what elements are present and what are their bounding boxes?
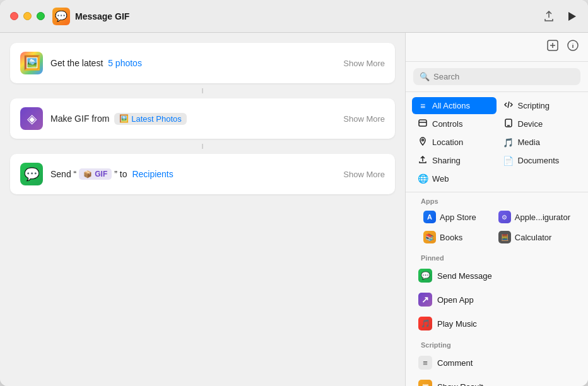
device-icon	[503, 119, 514, 129]
svg-marker-0	[568, 12, 576, 21]
workflow-panel: 🖼️ Get the latest 5 photos Show More ◈ M…	[0, 33, 405, 386]
workflow-step-1[interactable]: 🖼️ Get the latest 5 photos Show More	[10, 43, 395, 83]
category-sharing[interactable]: Sharing	[412, 152, 497, 169]
media-icon: 🎵	[503, 137, 514, 148]
category-documents-label: Documents	[518, 156, 560, 165]
step3-icon: 💬	[20, 163, 43, 185]
step2-text: Make GIF from	[50, 114, 112, 124]
workflow-step-3[interactable]: 💬 Send “ 📦 GIF ” to Recipients Show More	[10, 154, 395, 194]
close-button[interactable]	[10, 12, 18, 20]
step1-show-more[interactable]: Show More	[343, 59, 385, 68]
category-grid: ≡ All Actions Scripting	[406, 92, 588, 192]
apple-configurator-label: Apple...igurator	[515, 213, 570, 222]
minimize-button[interactable]	[23, 12, 32, 20]
controls-icon	[417, 119, 428, 129]
send-message-label: Send Message	[437, 271, 492, 281]
category-all-actions-label: All Actions	[432, 101, 470, 110]
category-sharing-label: Sharing	[432, 156, 461, 165]
comment-label: Comment	[437, 358, 473, 368]
sidebar-top-icons	[406, 33, 588, 62]
step3-recipients[interactable]: Recipients	[132, 169, 173, 179]
show-result-label: Show Result	[437, 382, 483, 387]
apps-grid: A App Store ⚙ Apple...igurator 📚 Books 🧮…	[412, 208, 582, 249]
pinned-play-music[interactable]: 🎵 Play Music	[412, 312, 582, 335]
step-divider-1	[202, 88, 203, 93]
step2-link[interactable]: Latest Photos	[131, 114, 182, 124]
play-music-icon: 🎵	[418, 317, 432, 330]
action-list: Apps A App Store ⚙ Apple...igurator 📚 Bo…	[406, 192, 588, 386]
category-documents[interactable]: 📄 Documents	[498, 152, 582, 169]
scripting-show-result[interactable]: ▣ Show Result	[412, 375, 582, 386]
calculator-label: Calculator	[515, 233, 552, 242]
pinned-send-message[interactable]: 💬 Send Message	[412, 264, 582, 287]
traffic-lights	[10, 12, 45, 20]
play-music-label: Play Music	[437, 319, 477, 329]
step1-link[interactable]: 5 photos	[108, 58, 142, 68]
category-media[interactable]: 🎵 Media	[498, 134, 582, 151]
pinned-section-label: Pinned	[412, 249, 582, 264]
step2-icon: ◈	[20, 107, 43, 130]
comment-icon: ≡	[418, 356, 432, 370]
all-actions-icon: ≡	[417, 101, 428, 111]
step2-content: Make GIF from 🖼️ Latest Photos	[50, 113, 343, 125]
title-bar-actions	[543, 10, 578, 23]
category-scripting-label: Scripting	[518, 101, 550, 110]
category-all-actions[interactable]: ≡ All Actions	[412, 97, 497, 114]
workflow-step-2[interactable]: ◈ Make GIF from 🖼️ Latest Photos Show Mo…	[10, 98, 395, 139]
title-bar: 💬 Message GIF	[0, 0, 588, 33]
sharing-icon	[417, 155, 428, 166]
books-icon: 📚	[423, 231, 436, 243]
svg-rect-3	[419, 120, 426, 126]
add-shortcut-icon[interactable]	[546, 39, 559, 55]
books-label: Books	[440, 233, 462, 242]
category-controls-label: Controls	[432, 119, 462, 129]
category-scripting[interactable]: Scripting	[498, 97, 582, 114]
search-input[interactable]	[433, 72, 574, 81]
step-divider-2	[202, 144, 203, 149]
step3-content: Send “ 📦 GIF ” to Recipients	[50, 168, 343, 180]
app-calculator[interactable]: 🧮 Calculator	[493, 228, 575, 247]
documents-icon: 📄	[503, 156, 514, 166]
app-apple-configurator[interactable]: ⚙ Apple...igurator	[493, 208, 575, 226]
app-app-store[interactable]: A App Store	[418, 208, 492, 226]
search-bar: 🔍	[406, 62, 588, 92]
share-button[interactable]	[543, 10, 555, 23]
send-message-icon: 💬	[418, 269, 432, 283]
info-icon[interactable]	[567, 39, 579, 55]
svg-point-7	[422, 139, 424, 141]
step3-gif-badge: 📦 GIF	[79, 168, 112, 180]
sidebar: 🔍 ≡ All Actions Scripting	[405, 33, 588, 386]
search-icon: 🔍	[420, 72, 430, 81]
step3-text1: Send “	[50, 169, 76, 179]
category-web[interactable]: 🌐 Web	[412, 170, 497, 187]
apple-configurator-icon: ⚙	[498, 211, 511, 223]
step2-show-more[interactable]: Show More	[343, 114, 385, 124]
window-title: Message GIF	[75, 11, 543, 21]
app-books[interactable]: 📚 Books	[418, 228, 492, 247]
scripting-icon	[503, 100, 514, 111]
apps-section-label: Apps	[412, 192, 582, 208]
category-device-label: Device	[518, 119, 543, 129]
step3-show-more[interactable]: Show More	[343, 170, 385, 179]
category-device[interactable]: Device	[498, 115, 582, 132]
category-controls[interactable]: Controls	[412, 115, 497, 132]
app-store-icon: A	[423, 211, 436, 223]
app-window: 💬 Message GIF 🖼️	[0, 0, 588, 386]
main-content: 🖼️ Get the latest 5 photos Show More ◈ M…	[0, 33, 588, 386]
calculator-icon: 🧮	[498, 231, 511, 243]
category-web-label: Web	[432, 174, 449, 184]
show-result-icon: ▣	[418, 380, 432, 386]
open-app-label: Open App	[437, 295, 474, 305]
scripting-comment[interactable]: ≡ Comment	[412, 351, 582, 374]
maximize-button[interactable]	[37, 12, 45, 20]
step1-text: Get the latest	[50, 58, 105, 68]
category-location[interactable]: Location	[412, 134, 497, 151]
step3-text2: ” to	[114, 169, 129, 179]
category-location-label: Location	[432, 137, 463, 147]
scripting-section-label: Scripting	[412, 336, 582, 351]
step2-badge: 🖼️ Latest Photos	[114, 113, 187, 125]
play-button[interactable]	[565, 10, 578, 23]
app-icon: 💬	[52, 8, 70, 25]
step1-content: Get the latest 5 photos	[50, 58, 343, 68]
pinned-open-app[interactable]: ↗ Open App	[412, 288, 582, 311]
